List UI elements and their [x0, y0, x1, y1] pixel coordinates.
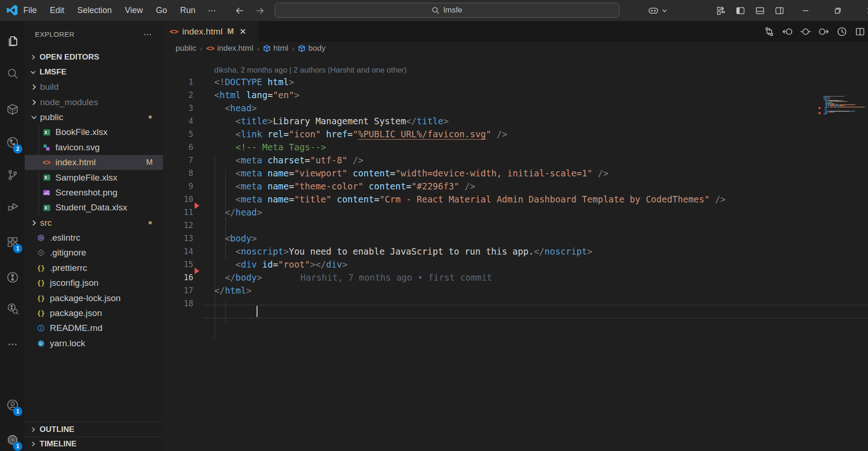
- restore-icon[interactable]: [827, 0, 848, 21]
- menu-go[interactable]: Go: [149, 3, 174, 18]
- tree-item-bookfile-xlsx[interactable]: BookFile.xlsx: [25, 125, 163, 140]
- activity-item-gitlens-inspect[interactable]: [0, 297, 25, 320]
- code-line-2[interactable]: <html lang="en">: [214, 88, 868, 101]
- activity-badge-commit-graph: 2: [13, 144, 22, 154]
- customize-layout-icon[interactable]: [714, 4, 728, 18]
- menu-view[interactable]: View: [118, 3, 149, 18]
- code-line-5[interactable]: <link rel="icon" href="%PUBLIC_URL%/favi…: [214, 128, 868, 141]
- close-icon[interactable]: [859, 0, 868, 21]
- tree-item--gitignore[interactable]: .gitignore: [25, 245, 163, 260]
- activity-item-container-tools[interactable]: [0, 98, 25, 121]
- tree-item-package-json[interactable]: {}package.json: [25, 306, 163, 321]
- code-line-8[interactable]: <meta name="viewport" content="width=dev…: [214, 167, 868, 180]
- tree-item-yarn-lock[interactable]: yarn.lock: [25, 336, 163, 351]
- code-line-9[interactable]: <meta name="theme-color" content="#2296f…: [214, 180, 868, 193]
- breadcrumb-item-body[interactable]: body: [298, 44, 326, 53]
- tab-close-icon[interactable]: ✕: [239, 27, 246, 36]
- menu-selection[interactable]: Selection: [71, 3, 118, 18]
- line-number-11: 11: [163, 206, 193, 219]
- copilot-icon[interactable]: [646, 4, 660, 18]
- minimize-icon[interactable]: [795, 0, 816, 21]
- code-line-10[interactable]: <meta name="title" content="Crm - React …: [214, 193, 868, 206]
- code-line-12[interactable]: [214, 219, 868, 232]
- activity-item-accounts[interactable]: 1: [0, 393, 25, 417]
- line-number-17: 17: [163, 284, 193, 297]
- breadcrumb-label: public: [176, 44, 196, 53]
- tree-item--eslintrc[interactable]: .eslintrc: [25, 230, 163, 245]
- breadcrumb-item-index-html[interactable]: <>index.html: [206, 44, 253, 53]
- menu-file[interactable]: File: [17, 3, 43, 18]
- code-line-16[interactable]: </body>Harshit, 7 months ago • first com…: [214, 271, 868, 284]
- open-editors-section[interactable]: OPEN EDITORS: [25, 49, 163, 65]
- file-history-icon[interactable]: [836, 26, 848, 38]
- activity-item-settings[interactable]: 1: [0, 428, 25, 451]
- outline-section[interactable]: OUTLINE: [25, 422, 163, 437]
- toggle-primary-sidebar-icon[interactable]: [733, 4, 747, 18]
- next-change-icon[interactable]: [818, 26, 830, 38]
- line-number-2: 2: [163, 88, 193, 101]
- nav-forward-icon[interactable]: [253, 4, 267, 18]
- open-changes-icon[interactable]: [800, 26, 812, 38]
- activity-item-search[interactable]: [0, 62, 25, 85]
- editor-gutter[interactable]: 123456789101112131415161718: [163, 75, 193, 310]
- tree-item-student-data-xlsx[interactable]: Student_Data.xlsx: [25, 200, 163, 215]
- code-line-3[interactable]: <head>: [214, 101, 868, 114]
- menu-bar: FileEditSelectionViewGoRun⋯: [17, 0, 223, 21]
- inline-git-blame: Harshit, 7 months ago • first commit: [300, 272, 492, 283]
- tree-item-node-modules[interactable]: node_modules: [25, 94, 163, 109]
- html-icon: <>: [42, 158, 51, 167]
- tree-item-index-html[interactable]: <>index.htmlM: [25, 155, 163, 170]
- code-line-7[interactable]: <meta charset="utf-8" />: [214, 154, 868, 167]
- code-line-18[interactable]: [214, 297, 868, 310]
- chevron-down-icon[interactable]: [660, 4, 669, 18]
- explorer-more-actions-icon[interactable]: ⋯: [143, 29, 153, 40]
- toggle-secondary-sidebar-icon[interactable]: [773, 4, 787, 18]
- tree-item-samplefile-xlsx[interactable]: SampleFile.xlsx: [25, 170, 163, 185]
- activity-item-run-debug[interactable]: [0, 195, 25, 218]
- code-line-11[interactable]: </head>: [214, 206, 868, 219]
- split-editor-icon[interactable]: [854, 26, 866, 38]
- code-editor[interactable]: diksha, 2 months ago | 2 authors (Harshi…: [163, 55, 868, 451]
- tree-item-label: favicon.svg: [55, 142, 100, 153]
- tree-item-label: README.md: [50, 323, 102, 333]
- workspace-root-section[interactable]: LMSFE: [25, 65, 163, 80]
- menu-run[interactable]: Run: [174, 3, 202, 18]
- activity-item-source-control[interactable]: [0, 163, 25, 187]
- prev-change-icon[interactable]: [781, 26, 793, 38]
- activity-item-explorer[interactable]: [0, 29, 25, 53]
- tree-item--prettierrc[interactable]: {}.prettierrc: [25, 261, 163, 276]
- tree-indent-guide: [39, 125, 39, 140]
- code-line-14[interactable]: <noscript>You need to enable JavaScript …: [214, 245, 868, 258]
- tab-index-html[interactable]: <> index.html M ✕: [163, 21, 258, 42]
- menu-edit[interactable]: Edit: [43, 3, 71, 18]
- code-line-17[interactable]: </html>: [214, 284, 868, 297]
- git-compare-icon[interactable]: [763, 26, 775, 38]
- breadcrumb-item-public[interactable]: public: [176, 44, 196, 53]
- tree-item-build[interactable]: build: [25, 80, 163, 94]
- nav-back-icon[interactable]: [233, 4, 247, 18]
- minimap[interactable]: [818, 96, 868, 116]
- code-line-13[interactable]: <body>: [214, 232, 868, 245]
- tree-item-src[interactable]: src: [25, 215, 163, 230]
- code-line-6[interactable]: <!-- Meta Tags-->: [214, 141, 868, 154]
- tree-item-public[interactable]: public: [25, 110, 163, 125]
- tree-item-jsconfig-json[interactable]: {}jsconfig.json: [25, 276, 163, 290]
- tree-item-favicon-svg[interactable]: favicon.svg: [25, 140, 163, 155]
- breadcrumb-item-html[interactable]: html: [263, 44, 288, 53]
- activity-item-commit-graph[interactable]: 2: [0, 131, 25, 154]
- activity-item-more-views[interactable]: [0, 333, 25, 356]
- tree-item-package-lock-json[interactable]: {}package-lock.json: [25, 290, 163, 305]
- timeline-section[interactable]: TIMELINE: [25, 437, 163, 451]
- outline-label: OUTLINE: [40, 425, 75, 434]
- toggle-panel-icon[interactable]: [753, 4, 767, 18]
- tree-item-readme-md[interactable]: README.md: [25, 321, 163, 336]
- tree-item-screenshot-png[interactable]: Screenshot.png: [25, 185, 163, 200]
- code-line-15[interactable]: <div id="root"></div>: [214, 258, 868, 271]
- command-center-search[interactable]: lmsfe: [275, 3, 619, 18]
- code-line-1[interactable]: <!DOCTYPE html>: [214, 75, 868, 88]
- activity-item-extensions[interactable]: 1: [0, 230, 25, 254]
- menu-more-icon[interactable]: ⋯: [202, 6, 223, 16]
- activity-item-gitlens[interactable]: [0, 266, 25, 289]
- breadcrumb-label: html: [273, 44, 288, 53]
- code-line-4[interactable]: <title>Library Management System</title>: [214, 114, 868, 128]
